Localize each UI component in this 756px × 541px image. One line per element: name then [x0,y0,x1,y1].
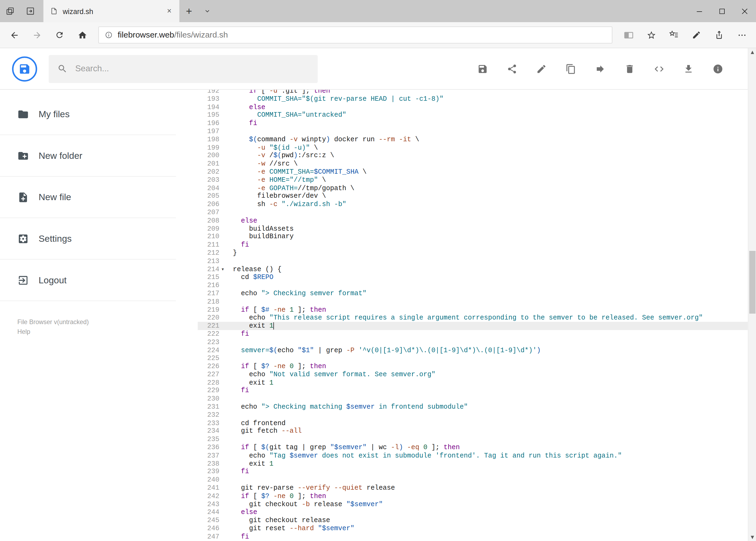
code-line[interactable]: 196 fi [197,119,748,128]
code-line[interactable]: 197 [197,128,748,136]
sidebar-item-new-file[interactable]: New file [0,177,176,218]
code-line[interactable]: 210 buildBinary [197,233,748,241]
save-icon[interactable] [477,63,489,75]
raw-code-icon[interactable] [653,63,665,75]
code-line[interactable]: 222 fi [197,330,748,338]
code-line[interactable]: 193 COMMIT_SHA="$(git rev-parse HEAD | c… [197,95,748,103]
tab-list-chevron-icon[interactable] [199,0,216,22]
code-line[interactable]: 213 [197,257,748,265]
code-line[interactable]: 198 $(command -v winpty) docker run --rm… [197,136,748,144]
code-line[interactable]: 216 [197,281,748,289]
new-tab-button[interactable]: + [179,0,199,22]
scrollbar-thumb[interactable] [749,251,755,313]
code-line[interactable]: 195 COMMIT_SHA="untracked" [197,111,748,119]
code-line[interactable]: 219 if [ $# -ne 1 ]; then [197,306,748,314]
sidebar-item-settings[interactable]: Settings [0,218,176,260]
page-scrollbar[interactable]: ▲ ▼ [748,48,756,541]
code-line[interactable]: 224 semver=$(echo "$1" | grep -P '^v(0|[… [197,346,748,354]
favorite-star-icon[interactable] [640,24,662,46]
web-note-pen-icon[interactable] [685,24,708,46]
fold-arrow-icon[interactable]: ▾ [219,265,226,273]
code-line[interactable]: 217 echo "> Checking semver format" [197,289,748,297]
code-line[interactable]: 214▾release () { [197,265,748,273]
code-line[interactable]: 202 -e COMMIT_SHA=$COMMIT_SHA \ [197,168,748,176]
code-line[interactable]: 239 fi [197,468,748,476]
code-line[interactable]: 241 git rev-parse --verify --quiet relea… [197,484,748,492]
code-line[interactable]: 242 if [ $? -ne 0 ]; then [197,492,748,500]
scroll-up-icon[interactable]: ▲ [748,50,756,55]
rename-icon[interactable] [536,63,547,75]
code-line[interactable]: 245 git checkout release [197,516,748,525]
code-editor[interactable]: 192 if [ -d .git ]; then193 COMMIT_SHA="… [197,90,748,541]
site-info-icon[interactable] [105,31,113,39]
code-line[interactable]: 247 fi [197,533,748,541]
search-input[interactable] [74,63,309,74]
code-line[interactable]: 200 -v /$(pwd):/src:z \ [197,152,748,160]
code-line[interactable]: 218 [197,297,748,306]
code-line[interactable]: 199 -u "$(id -u)" \ [197,144,748,152]
refresh-icon[interactable] [48,24,71,46]
code-line[interactable]: 226 if [ $? -ne 0 ]; then [197,362,748,370]
delete-icon[interactable] [624,63,635,75]
code-line[interactable]: 211 fi [197,241,748,249]
code-line[interactable]: 229 fi [197,387,748,395]
download-icon[interactable] [683,63,694,75]
code-line[interactable]: 215 cd $REPO [197,273,748,281]
info-icon[interactable] [712,63,724,75]
code-line[interactable]: 246 git reset --hard "$semver" [197,525,748,533]
code-line[interactable]: 223 [197,338,748,346]
code-line[interactable]: 207 [197,209,748,217]
code-line[interactable]: 208 else [197,217,748,225]
search-box[interactable] [49,55,318,83]
move-icon[interactable] [595,63,606,75]
code-line[interactable]: 206 sh -c "./wizard.sh -b" [197,201,748,209]
sidebar-item-new-folder[interactable]: New folder [0,135,176,177]
set-aside-tabs-icon[interactable] [0,0,20,22]
home-icon[interactable] [71,24,94,46]
code-line[interactable]: 230 [197,395,748,403]
code-line[interactable]: 220 echo "This release script requires a… [197,314,748,322]
code-line[interactable]: 194 else [197,103,748,111]
code-line[interactable]: 234 git fetch --all [197,427,748,435]
code-line[interactable]: 221 exit 1 [197,322,748,330]
share-file-icon[interactable] [506,63,518,75]
code-line[interactable]: 201 -w //src \ [197,160,748,168]
maximize-button[interactable] [711,0,733,22]
code-line[interactable]: 237 echo "Tag $semver does not exist in … [197,452,748,460]
back-icon[interactable] [3,24,26,46]
minimize-button[interactable] [688,0,711,22]
code-line[interactable]: 244 else [197,508,748,516]
copy-icon[interactable] [565,63,577,75]
help-link[interactable]: Help [17,327,89,337]
code-line[interactable]: 236 if [ $(git tag | grep "$semver" | wc… [197,443,748,452]
more-options-icon[interactable] [730,24,753,46]
code-line[interactable]: 225 [197,354,748,362]
hub-favorites-icon[interactable] [662,24,685,46]
close-button[interactable] [733,0,756,22]
code-line[interactable]: 227 echo "Not valid semver format. See s… [197,370,748,379]
code-line[interactable]: 232 [197,411,748,419]
sidebar-item-logout[interactable]: Logout [0,260,176,301]
code-line[interactable]: 238 exit 1 [197,460,748,468]
forward-icon[interactable] [26,24,48,46]
code-line[interactable]: 192 if [ -d .git ]; then [197,90,748,95]
url-field[interactable]: filebrowser.web/files/wizard.sh [98,26,612,44]
code-line[interactable]: 204 -e GOPATH=//tmp/gopath \ [197,184,748,192]
code-line[interactable]: 231 echo "> Checking matching $semver in… [197,403,748,411]
code-line[interactable]: 235 [197,435,748,443]
code-line[interactable]: 205 filebrowser/dev \ [197,192,748,201]
code-line[interactable]: 203 -e HOME="//tmp" \ [197,176,748,184]
code-line[interactable]: 209 buildAssets [197,225,748,233]
share-icon[interactable] [708,24,730,46]
code-line[interactable]: 228 exit 1 [197,379,748,387]
code-line[interactable]: 212} [197,249,748,257]
code-line[interactable]: 240 [197,476,748,484]
sidebar-item-my-files[interactable]: My files [0,94,176,135]
tabs-preview-icon[interactable] [20,0,41,22]
code-line[interactable]: 233 cd frontend [197,419,748,427]
code-line[interactable]: 243 git checkout -b release "$semver" [197,500,748,508]
reading-view-icon[interactable] [617,24,640,46]
browser-tab[interactable]: wizard.sh × [44,0,179,22]
scroll-down-icon[interactable]: ▼ [748,535,756,539]
tab-close-icon[interactable]: × [163,5,175,17]
